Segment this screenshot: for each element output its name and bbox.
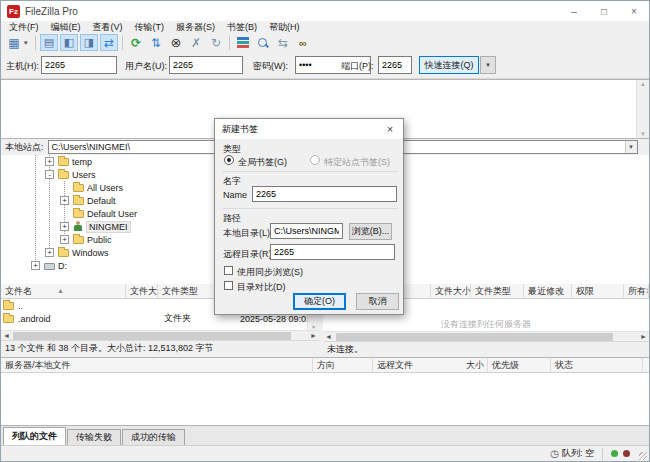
name-label: Name [223, 190, 247, 200]
column-remote-file[interactable]: 远程文件 [377, 360, 413, 370]
minimize-button[interactable]: – [559, 1, 589, 21]
column-direction[interactable]: 方向 [313, 358, 373, 373]
toggle-log-icon[interactable]: ▤ [40, 34, 58, 51]
port-input[interactable] [378, 56, 412, 74]
new-bookmark-dialog: 新建书签 × 类型 全局书签(G) 特定站点书签(S) 名字 Name 路径 本… [214, 118, 404, 315]
quickconnect-dropdown[interactable]: ▾ [480, 56, 496, 74]
scroll-thumb[interactable] [336, 333, 613, 341]
queue-size-text: 队列: 空 [562, 447, 594, 460]
tab-successful-transfers[interactable]: 成功的传输 [122, 429, 185, 445]
toggle-remote-tree-icon[interactable]: ◨ [80, 34, 98, 51]
menu-bookmarks[interactable]: 书签(B) [221, 21, 263, 34]
disconnect-icon[interactable]: ✗ [187, 34, 205, 51]
expander-icon[interactable]: + [31, 261, 40, 270]
file-modified: 2025-05-28 09:0... [240, 314, 308, 324]
radio-global-bookmark[interactable] [224, 155, 234, 165]
column-modified[interactable]: 最近修改 [524, 284, 572, 299]
cancel-icon[interactable]: ⊗ [167, 34, 185, 51]
maximize-button[interactable]: □ [589, 1, 619, 21]
remote-dir-label: 远程目录(R): [223, 248, 274, 261]
message-log-scrollbar[interactable] [636, 80, 649, 138]
radio-global-label[interactable]: 全局书签(G) [238, 156, 287, 169]
local-list-hscrollbar[interactable]: ◄ ► [1, 330, 319, 340]
menu-view[interactable]: 查看(V) [87, 21, 129, 34]
menu-transfer[interactable]: 传输(T) [129, 21, 171, 34]
toggle-queue-icon[interactable]: ⇄ [100, 34, 118, 51]
sync-browse-label[interactable]: 使用同步浏览(S) [237, 266, 303, 279]
menu-help[interactable]: 帮助(H) [263, 21, 306, 34]
process-queue-icon[interactable]: ⇅ [147, 34, 165, 51]
radio-site-label: 特定站点书签(S) [324, 156, 390, 169]
reconnect-icon[interactable]: ↻ [207, 34, 225, 51]
folder-icon [73, 210, 84, 218]
expander-icon[interactable]: + [45, 248, 54, 257]
host-label: 主机(H): [6, 60, 39, 73]
tree-item-label: Default [87, 196, 116, 206]
browse-button[interactable]: 浏览(B)... [349, 223, 392, 240]
column-filename[interactable]: 文件名 ▲ [1, 284, 126, 299]
scroll-thumb[interactable] [13, 332, 291, 340]
expander-icon[interactable]: + [60, 196, 69, 205]
directory-compare-checkbox[interactable] [224, 281, 233, 290]
queue-ok-indicator-icon [611, 450, 618, 457]
host-input[interactable] [41, 56, 117, 74]
compare-icon[interactable] [254, 34, 272, 51]
column-size[interactable]: 大小 [438, 358, 488, 373]
expander-icon[interactable]: + [45, 157, 54, 166]
quickconnect-button[interactable]: 快速连接(Q) [419, 56, 479, 74]
tab-failed-transfers[interactable]: 传输失败 [67, 429, 121, 445]
tab-queued-files[interactable]: 列队的文件 [3, 427, 66, 445]
menu-edit[interactable]: 编辑(E) [45, 21, 87, 34]
site-manager-icon[interactable]: ▦ [5, 34, 23, 51]
filter-icon[interactable] [234, 34, 252, 51]
local-dir-input[interactable] [270, 223, 343, 239]
column-owner[interactable]: 所有者/组 [624, 284, 649, 299]
dialog-title-bar[interactable]: 新建书签 × [215, 119, 403, 139]
sync-browse-icon[interactable]: ⇆ [274, 34, 292, 51]
expander-icon[interactable]: + [60, 235, 69, 244]
file-name: .android [18, 314, 51, 324]
file-type: 文件夹 [164, 312, 191, 325]
site-manager-caret-icon[interactable]: ▾ [24, 39, 32, 47]
scroll-right-icon[interactable]: ► [308, 331, 319, 341]
remote-dir-input[interactable] [270, 244, 395, 260]
queue-fail-indicator-icon [623, 450, 630, 457]
column-priority[interactable]: 优先级 [488, 358, 551, 373]
resize-grip[interactable] [639, 452, 647, 460]
refresh-icon[interactable]: ⟳ [127, 34, 145, 51]
column-permissions[interactable]: 权限 [572, 284, 624, 299]
scroll-left-icon[interactable]: ◄ [1, 331, 12, 341]
expander-icon[interactable]: + [60, 222, 69, 231]
close-button[interactable]: × [619, 1, 649, 21]
toggle-local-tree-icon[interactable]: ◧ [60, 34, 78, 51]
remote-path-combo[interactable]: ▼ [370, 140, 638, 154]
ok-button[interactable]: 确定(O) [293, 293, 346, 310]
cancel-button[interactable]: 取消 [356, 293, 399, 310]
column-filetype[interactable]: 文件类型 [471, 284, 524, 299]
folder-icon [3, 302, 14, 310]
scroll-right-icon[interactable]: ► [638, 332, 649, 342]
folder-icon [58, 249, 69, 257]
expander-icon[interactable]: - [45, 170, 54, 179]
sync-browse-checkbox[interactable] [224, 266, 233, 275]
menu-server[interactable]: 服务器(S) [170, 21, 221, 34]
chevron-down-icon[interactable]: ▼ [625, 141, 637, 153]
remote-status-text: 未连接。 [323, 341, 649, 355]
column-server-local-file[interactable]: 服务器/本地文件 [1, 358, 313, 373]
column-filesize[interactable]: 文件大小 [126, 284, 158, 299]
directory-compare-label[interactable]: 目录对比(D) [237, 281, 286, 294]
column-status[interactable]: 状态 [551, 358, 643, 373]
menu-file[interactable]: 文件(F) [3, 21, 45, 34]
username-input[interactable] [169, 56, 243, 74]
tree-item-label: temp [72, 157, 92, 167]
name-input[interactable] [252, 186, 397, 202]
find-icon[interactable]: ∞ [294, 34, 312, 51]
section-divider [222, 171, 398, 172]
column-filesize[interactable]: 文件大小 [431, 284, 471, 299]
scroll-left-icon[interactable]: ◄ [323, 332, 334, 342]
remote-list-hscrollbar[interactable]: ◄ ► [323, 331, 649, 341]
transfer-queue: 服务器/本地文件 方向 远程文件 大小 优先级 状态 [1, 357, 649, 425]
dialog-close-icon[interactable]: × [377, 119, 403, 139]
folder-icon [73, 184, 84, 192]
title-bar: Fz FileZilla Pro – □ × [1, 1, 649, 21]
